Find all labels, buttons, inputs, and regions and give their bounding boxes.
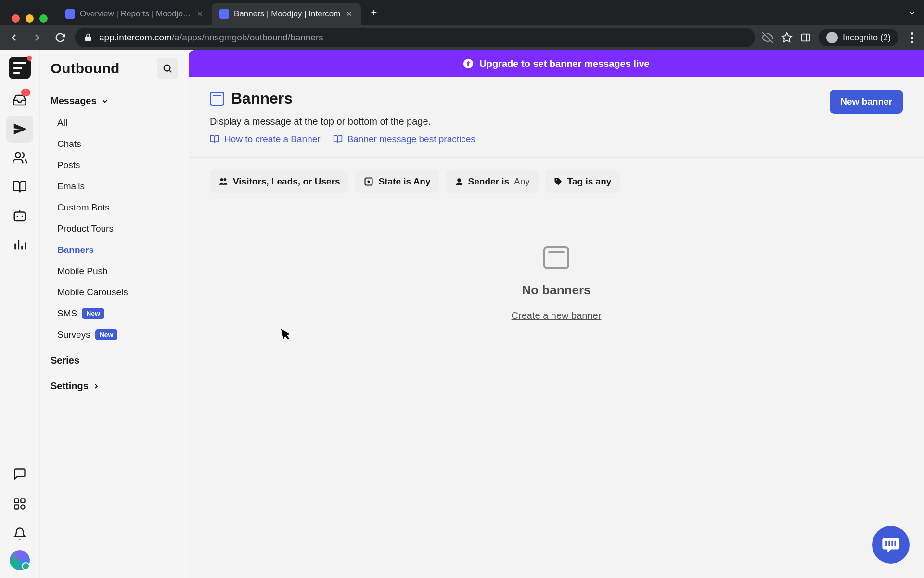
tab-title: Banners | Moodjoy | Intercom (234, 9, 340, 19)
rail-contacts[interactable] (6, 144, 33, 171)
empty-title: No banners (522, 269, 590, 298)
sidebar-title: Outbound (51, 60, 119, 77)
new-badge: New (82, 308, 104, 319)
nav-item-chats[interactable]: Chats (46, 133, 183, 155)
bookmark-star-icon[interactable] (781, 32, 793, 43)
rail-avatar[interactable] (10, 550, 30, 570)
nav-item-label: Product Tours (57, 223, 114, 234)
chrome-menu-button[interactable] (906, 32, 918, 43)
filter-label: Sender is (468, 176, 510, 187)
nav-forward-button[interactable] (29, 29, 45, 46)
nav-item-mobile-carousels[interactable]: Mobile Carousels (46, 282, 183, 303)
tabs-dropdown-icon[interactable] (908, 9, 916, 17)
nav-item-emails[interactable]: Emails (46, 176, 183, 197)
browser-tab-2[interactable]: Banners | Moodjoy | Intercom ✕ (212, 3, 361, 25)
incognito-indicator[interactable]: Incognito (2) (819, 29, 898, 46)
rail-inbox[interactable]: 1 (6, 87, 33, 114)
nav-list: All Chats Posts Emails Custom Bots Produ… (46, 112, 183, 345)
svg-point-24 (556, 179, 557, 180)
help-link-create[interactable]: How to create a Banner (210, 134, 321, 144)
filter-state[interactable]: State is Any (355, 170, 439, 193)
browser-tab-1[interactable]: Overview | Reports | Moodjoy | ✕ (58, 3, 212, 25)
nav-item-mobile-push[interactable]: Mobile Push (46, 261, 183, 282)
book-icon (333, 134, 343, 144)
nav-item-label: Emails (57, 181, 85, 192)
nav-item-all[interactable]: All (46, 112, 183, 133)
svg-point-22 (368, 181, 370, 183)
empty-create-link[interactable]: Create a new banner (512, 298, 602, 321)
nav-item-label: Mobile Carousels (57, 287, 128, 298)
nav-item-surveys[interactable]: Surveys New (46, 324, 183, 345)
rail-outbound[interactable] (6, 116, 33, 143)
state-icon (364, 177, 373, 186)
upgrade-promo-bar[interactable]: Upgrade to set banner messages live (189, 50, 924, 77)
tab-close-icon[interactable]: ✕ (196, 10, 204, 18)
filter-value: Any (514, 176, 530, 187)
app-logo[interactable] (9, 57, 31, 79)
address-bar[interactable]: app.intercom.com/a/apps/nnsgmgob/outboun… (75, 28, 755, 47)
mac-minimize-button[interactable] (26, 14, 34, 23)
nav-item-label: Banners (57, 245, 94, 255)
intercom-chat-fab[interactable] (872, 526, 910, 564)
upgrade-arrow-icon (463, 58, 474, 69)
svg-line-17 (169, 70, 171, 72)
filter-sender[interactable]: Sender is Any (446, 170, 539, 193)
mac-window-controls (12, 14, 48, 23)
tab-favicon (65, 9, 75, 19)
svg-point-3 (15, 153, 20, 158)
nav-item-label: Custom Bots (57, 202, 110, 213)
new-badge: New (95, 329, 118, 340)
nav-item-label: Surveys (57, 329, 90, 340)
rail-articles[interactable] (6, 173, 33, 200)
nav-reload-button[interactable] (52, 29, 68, 46)
side-panel-icon[interactable] (800, 32, 811, 43)
help-link-best-practices[interactable]: Banner message best practices (333, 134, 475, 144)
person-icon (455, 177, 463, 186)
mac-maximize-button[interactable] (39, 14, 48, 23)
tracking-blocked-icon[interactable] (762, 32, 773, 43)
inbox-badge: 1 (21, 89, 30, 96)
tab-title: Overview | Reports | Moodjoy | (80, 9, 191, 19)
tab-close-icon[interactable]: ✕ (345, 10, 353, 18)
rail-notifications[interactable] (6, 520, 33, 547)
mac-close-button[interactable] (12, 14, 20, 23)
new-tab-button[interactable]: + (361, 6, 386, 19)
filter-tag[interactable]: Tag is any (545, 170, 620, 193)
page-subtitle: Display a message at the top or bottom o… (210, 107, 475, 127)
nav-item-banners[interactable]: Banners (46, 239, 183, 261)
sidebar: Outbound Messages All Chats Posts Emails… (39, 50, 189, 578)
nav-back-button[interactable] (6, 29, 22, 46)
nav-series[interactable]: Series (46, 345, 183, 371)
svg-point-19 (220, 178, 223, 181)
search-button[interactable] (157, 58, 178, 79)
nav-settings-label: Settings (51, 381, 89, 392)
rail-apps[interactable] (6, 490, 33, 517)
lock-icon (84, 33, 92, 42)
tab-favicon (219, 9, 229, 19)
tag-icon (554, 177, 563, 186)
rail-reports[interactable] (6, 231, 33, 258)
nav-item-posts[interactable]: Posts (46, 155, 183, 176)
help-link-label: Banner message best practices (347, 134, 475, 144)
rail-messages[interactable] (6, 460, 33, 487)
nav-item-product-tours[interactable]: Product Tours (46, 218, 183, 239)
svg-rect-4 (14, 212, 26, 221)
svg-rect-1 (802, 34, 810, 41)
nav-item-label: All (57, 118, 67, 128)
rail-operator[interactable] (6, 202, 33, 229)
svg-point-16 (164, 65, 170, 71)
filter-label: Visitors, Leads, or Users (233, 176, 340, 187)
svg-rect-27 (891, 541, 893, 546)
new-banner-button[interactable]: New banner (830, 90, 903, 114)
filter-audience[interactable]: Visitors, Leads, or Users (210, 170, 348, 193)
nav-section-messages[interactable]: Messages (46, 90, 183, 112)
book-icon (210, 134, 219, 144)
browser-toolbar: app.intercom.com/a/apps/nnsgmgob/outboun… (0, 25, 924, 50)
tab-strip: Overview | Reports | Moodjoy | ✕ Banners… (0, 0, 924, 25)
page-title: Banners (231, 90, 293, 107)
nav-settings[interactable]: Settings (46, 371, 183, 396)
help-link-label: How to create a Banner (224, 134, 321, 144)
nav-item-sms[interactable]: SMS New (46, 303, 183, 324)
nav-item-custom-bots[interactable]: Custom Bots (46, 197, 183, 218)
svg-rect-26 (888, 541, 890, 546)
